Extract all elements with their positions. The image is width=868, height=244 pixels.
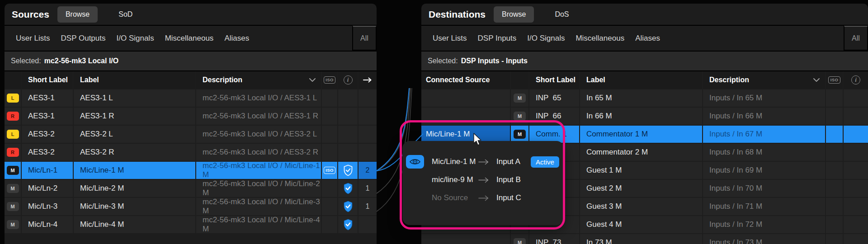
table-row-selected[interactable]: Mic/Line-1 M M Comm. 1 Commentator 1 M I… <box>421 126 868 143</box>
arrow-right-icon <box>363 77 372 83</box>
short-label-column-header: Short Label <box>529 71 579 89</box>
description-column-header[interactable]: Description <box>703 71 825 89</box>
route-count: 2 <box>359 162 377 179</box>
sources-selected-value: mc2-56-mk3 Local I/O <box>44 57 119 65</box>
sources-tab-all[interactable]: All <box>352 26 377 51</box>
route-count <box>359 144 377 161</box>
destinations-tab-all[interactable]: All <box>844 26 868 51</box>
destinations-selected-value: DSP Inputs - Inputs <box>461 57 528 65</box>
routing-entry-input-c[interactable]: No Source Input C <box>432 191 525 205</box>
table-row[interactable]: M Mic/Ln-4 Mic/Line-4 M mc2-56-mk3 Local… <box>5 216 377 233</box>
table-row[interactable]: M INP 66 In 66 M Inputs / In 66 M <box>421 108 868 125</box>
chevron-down-icon <box>309 78 316 82</box>
channel-badge: M <box>7 220 19 229</box>
shield-check-icon <box>343 219 353 230</box>
shield-check-icon <box>343 183 353 194</box>
route-count <box>359 126 377 143</box>
destinations-tab-io-signals[interactable]: I/O Signals <box>527 34 565 43</box>
description-column-header[interactable]: Description <box>196 71 321 89</box>
destinations-titlebar: Destinations Browse DoS <box>421 4 868 26</box>
sources-sod-tab[interactable]: SoD <box>116 6 135 23</box>
label: AES3-2 L <box>74 126 195 143</box>
table-row[interactable]: L AES3-1 AES3-1 L mc2-56-mk3 Local I/O /… <box>5 89 377 107</box>
sources-browse-button[interactable]: Browse <box>57 6 98 23</box>
label: In 73 M <box>580 234 702 244</box>
channel-badge: L <box>7 130 19 139</box>
channel-badge: M <box>514 94 526 103</box>
description: Inputs / In 73 M <box>703 234 825 244</box>
label: Guest 4 M <box>580 216 702 233</box>
destinations-tab-miscellaneous[interactable]: Miscellaneous <box>576 34 624 43</box>
sources-panel: Sources Browse SoD User Lists DSP Output… <box>5 4 377 244</box>
description: mc2-56-mk3 Local I/O / Mic/Line-2 M <box>196 180 321 197</box>
connected-source <box>421 89 510 107</box>
description: Inputs / In 65 M <box>703 89 825 107</box>
description: Inputs / In 67 M <box>703 126 825 143</box>
label: AES3-1 L <box>74 89 195 107</box>
sources-titlebar: Sources Browse SoD <box>5 4 377 26</box>
description: mc2-56-mk3 Local I/O / Mic/Line-3 M <box>196 198 321 215</box>
description: Inputs / In 68 M <box>703 144 825 161</box>
active-status-badge: Active <box>531 156 559 168</box>
label: AES3-1 R <box>74 108 195 125</box>
preview-listen-button[interactable] <box>406 155 424 169</box>
arrow-right-icon <box>478 195 489 201</box>
iso-column-header[interactable]: ISO <box>322 71 337 89</box>
label-column-header: Label <box>74 71 195 89</box>
description: mc2-56-mk3 Local I/O / AES3-1 R <box>196 108 321 125</box>
description: Inputs / In 69 M <box>703 162 825 179</box>
destinations-tab-dsp-inputs[interactable]: DSP Inputs <box>478 34 517 43</box>
destinations-selected-bar: Selected: DSP Inputs - Inputs <box>421 52 868 71</box>
destinations-browse-button[interactable]: Browse <box>494 6 534 23</box>
label: Guest 1 M <box>580 162 702 179</box>
short-label: INP 73 <box>529 234 579 244</box>
short-label: Mic/Ln-2 <box>22 180 73 197</box>
connected-source <box>421 234 510 244</box>
connected-source[interactable]: Mic/Line-1 M <box>421 126 510 143</box>
table-row-selected[interactable]: M Mic/Ln-1 Mic/Line-1 M mc2-56-mk3 Local… <box>5 162 377 179</box>
sources-table-header: Short Label Label Description ISO i <box>5 71 377 89</box>
info-column-header[interactable]: i <box>338 71 358 89</box>
badge-column-header <box>511 71 528 89</box>
description: mc2-56-mk3 Local I/O / AES3-2 R <box>196 144 321 161</box>
sources-tab-io-signals[interactable]: I/O Signals <box>116 34 154 43</box>
sources-tab-user-lists[interactable]: User Lists <box>16 34 50 43</box>
table-row[interactable]: M Mic/Ln-2 Mic/Line-2 M mc2-56-mk3 Local… <box>5 180 377 197</box>
iso-column-header[interactable]: ISO <box>826 71 843 89</box>
selected-prefix: Selected: <box>428 57 458 65</box>
table-row[interactable]: M INP 65 In 65 M Inputs / In 65 M <box>421 89 868 107</box>
routing-source: Mic/Line-1 M <box>432 157 478 166</box>
table-row[interactable]: M Mic/Ln-3 Mic/Line-3 M mc2-56-mk3 Local… <box>5 198 377 215</box>
routing-entry-input-a[interactable]: Mic/Line-1 M Input A Active <box>432 155 559 169</box>
description: Inputs / In 70 M <box>703 180 825 197</box>
channel-badge: M <box>7 184 19 193</box>
route-column-header[interactable] <box>359 71 377 89</box>
info-icon: i <box>851 75 860 84</box>
sources-tab-dsp-outputs[interactable]: DSP Outputs <box>61 34 106 43</box>
channel-badge: L <box>7 94 19 103</box>
routing-entry-input-b[interactable]: mic/line-9 M Input B <box>432 173 525 187</box>
description: mc2-56-mk3 Local I/O / AES3-2 L <box>196 126 321 143</box>
label: Commentator 2 M <box>580 144 702 161</box>
arrow-right-icon <box>478 177 489 183</box>
table-row[interactable]: L AES3-2 AES3-2 L mc2-56-mk3 Local I/O /… <box>5 126 377 143</box>
destinations-dos-tab[interactable]: DoS <box>552 6 571 23</box>
table-row[interactable]: R AES3-2 AES3-2 R mc2-56-mk3 Local I/O /… <box>5 144 377 161</box>
shield-check-icon <box>343 164 353 176</box>
table-row[interactable]: M INP 73 In 73 M Inputs / In 73 M <box>421 234 868 244</box>
destinations-tab-aliases[interactable]: Aliases <box>635 34 660 43</box>
info-column-header[interactable]: i <box>844 71 868 89</box>
badge-column-header <box>5 71 21 89</box>
channel-badge: M <box>514 130 526 139</box>
destinations-tab-user-lists[interactable]: User Lists <box>433 34 467 43</box>
channel-badge: R <box>7 112 19 121</box>
table-row[interactable]: R AES3-1 AES3-1 R mc2-56-mk3 Local I/O /… <box>5 108 377 125</box>
description: Inputs / In 66 M <box>703 108 825 125</box>
description: mc2-56-mk3 Local I/O / AES3-1 L <box>196 89 321 107</box>
short-label: INP 65 <box>529 89 579 107</box>
selected-prefix: Selected: <box>11 57 41 65</box>
sources-tab-miscellaneous[interactable]: Miscellaneous <box>165 34 214 43</box>
channel-badge: M <box>514 238 526 244</box>
destinations-title: Destinations <box>429 9 486 20</box>
sources-tab-aliases[interactable]: Aliases <box>224 34 249 43</box>
